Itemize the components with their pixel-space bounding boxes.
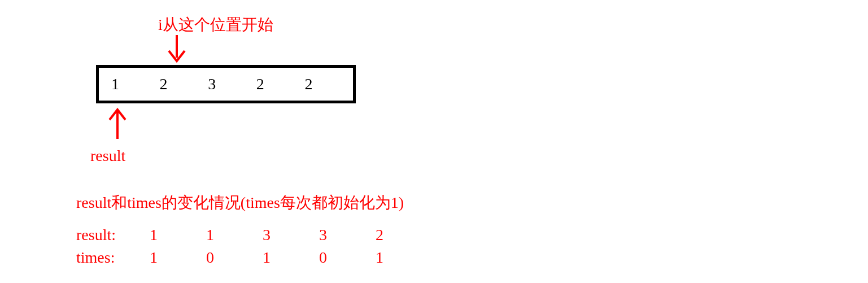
trace-result-value: 1: [150, 226, 206, 244]
arrow-down-icon: [165, 34, 188, 68]
trace-result-value: 3: [319, 226, 376, 244]
trace-result-value: 2: [376, 226, 432, 244]
diagram-canvas: i从这个位置开始 1 2 3 2 2 result result和times的变…: [0, 0, 868, 283]
i-start-label: i从这个位置开始: [158, 14, 273, 36]
result-pointer-label: result: [90, 147, 125, 165]
trace-times-value: 1: [150, 249, 206, 267]
array-cell: 2: [160, 75, 208, 93]
trace-result-label: result:: [76, 226, 150, 244]
trace-result-value: 1: [206, 226, 263, 244]
trace-times-value: 1: [263, 249, 319, 267]
array-cell: 3: [208, 75, 256, 93]
array-cell: 2: [304, 75, 353, 93]
trace-times-value: 1: [376, 249, 432, 267]
array-cell: 1: [111, 75, 160, 93]
trace-result-row: result: 1 1 3 3 2: [76, 226, 432, 244]
trace-times-row: times: 1 0 1 0 1: [76, 249, 432, 267]
trace-subtitle: result和times的变化情况(times每次都初始化为1): [76, 192, 404, 214]
array-cell: 2: [256, 75, 305, 93]
trace-result-value: 3: [263, 226, 319, 244]
array-box: 1 2 3 2 2: [96, 65, 356, 103]
arrow-up-icon: [106, 107, 129, 145]
trace-times-value: 0: [206, 249, 263, 267]
trace-times-value: 0: [319, 249, 376, 267]
array-row: 1 2 3 2 2: [99, 68, 353, 101]
trace-times-label: times:: [76, 249, 150, 267]
